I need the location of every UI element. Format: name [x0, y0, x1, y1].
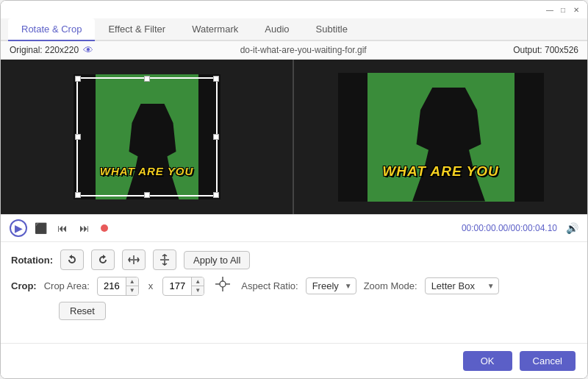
rotation-label: Rotation: [11, 255, 53, 266]
crop-height-input-wrap: ▲ ▼ [162, 277, 204, 296]
preview-right: WHAT ARE YOU [294, 60, 587, 214]
aspect-ratio-label: Aspect Ratio: [241, 280, 298, 291]
zoom-mode-select-wrap: Letter Box Pan & Scan Full ▼ [425, 277, 499, 294]
crop-area-label: Crop Area: [44, 280, 90, 291]
crop-handle-mr[interactable] [213, 134, 219, 140]
prev-button[interactable]: ⏮ [54, 219, 71, 237]
crop-height-down[interactable]: ▼ [192, 286, 204, 295]
info-bar: Original: 220x220 👁 do-it-what-are-you-w… [1, 41, 587, 60]
tab-rotate-crop[interactable]: Rotate & Crop [8, 18, 95, 41]
aspect-ratio-select[interactable]: Freely 16:9 4:3 1:1 [306, 277, 356, 294]
rotate-ccw-button[interactable] [60, 249, 84, 270]
tab-audio[interactable]: Audio [251, 18, 302, 41]
tab-effect-filter[interactable]: Effect & Filter [95, 18, 179, 41]
crop-handle-bm[interactable] [144, 192, 150, 198]
crop-handle-ml[interactable] [75, 134, 81, 140]
crop-handle-bl[interactable] [75, 192, 81, 198]
title-bar: — □ ✕ [1, 1, 587, 18]
playback-controls: ▶ ⬛ ⏮ ⏭ 00:00:00.00/00:00:04.10 🔊 [1, 214, 587, 242]
reset-row: Reset [11, 302, 577, 320]
crosshair-icon [215, 276, 231, 296]
crop-label: Crop: [11, 280, 37, 291]
rotate-cw-button[interactable] [91, 249, 115, 270]
minimize-button[interactable]: — [545, 4, 555, 15]
crop-width-down[interactable]: ▼ [126, 286, 138, 295]
crop-width-input[interactable] [98, 279, 126, 293]
crop-handle-tm[interactable] [144, 76, 150, 82]
play-button[interactable]: ▶ [10, 219, 27, 237]
stop-button[interactable]: ⬛ [32, 219, 49, 237]
tab-subtitle[interactable]: Subtitle [303, 18, 361, 41]
crop-overlay[interactable] [76, 77, 218, 196]
apply-to-all-button[interactable]: Apply to All [184, 251, 250, 269]
close-button[interactable]: ✕ [571, 4, 581, 15]
next-button[interactable]: ⏭ [76, 219, 93, 237]
crop-handle-br[interactable] [213, 192, 219, 198]
settings-panel: Rotation: Apply to All Crop: Crop [1, 242, 587, 327]
volume-icon[interactable]: 🔊 [566, 222, 578, 234]
cancel-button[interactable]: Cancel [520, 351, 576, 371]
filename-label: do-it-what-are-you-waiting-for.gif [240, 45, 367, 55]
crop-height-up[interactable]: ▲ [192, 277, 204, 286]
reset-button[interactable]: Reset [59, 302, 106, 320]
preview-left: WHAT ARE YOU [1, 60, 294, 214]
zoom-mode-label: Zoom Mode: [364, 280, 417, 291]
crop-handle-tl[interactable] [75, 76, 81, 82]
gif-frame-right: WHAT ARE YOU [338, 73, 544, 202]
tab-bar: Rotate & Crop Effect & Filter Watermark … [1, 18, 587, 41]
crop-width-input-wrap: ▲ ▼ [97, 277, 139, 296]
ok-button[interactable]: OK [463, 351, 512, 371]
maximize-button[interactable]: □ [558, 4, 568, 15]
crop-separator: x [148, 280, 154, 291]
crop-row: Crop: Crop Area: ▲ ▼ x ▲ ▼ [11, 276, 577, 296]
tab-watermark[interactable]: Watermark [179, 18, 251, 41]
record-indicator [101, 224, 108, 232]
svg-point-0 [220, 281, 226, 287]
original-size-label: Original: 220x220 [10, 45, 79, 55]
zoom-mode-select[interactable]: Letter Box Pan & Scan Full [425, 277, 499, 294]
main-window: — □ ✕ Rotate & Crop Effect & Filter Wate… [0, 0, 588, 379]
gif-frame-left: WHAT ARE YOU [74, 74, 220, 199]
crop-width-up[interactable]: ▲ [126, 277, 138, 286]
output-size-label: Output: 700x526 [513, 45, 578, 55]
crop-handle-tr[interactable] [213, 76, 219, 82]
flip-vertical-button[interactable] [153, 249, 176, 270]
visibility-icon[interactable]: 👁 [83, 44, 93, 56]
footer: OK Cancel [1, 343, 587, 378]
flip-horizontal-button[interactable] [122, 249, 146, 270]
subtitle-text-right: WHAT ARE YOU [382, 163, 498, 180]
aspect-ratio-select-wrap: Freely 16:9 4:3 1:1 ▼ [306, 277, 356, 294]
crop-height-input[interactable] [163, 279, 191, 293]
rotation-row: Rotation: Apply to All [11, 249, 577, 270]
preview-area: WHAT ARE YOU WHAT ARE [1, 60, 587, 214]
time-display: 00:00:00.00/00:00:04.10 [462, 223, 557, 233]
